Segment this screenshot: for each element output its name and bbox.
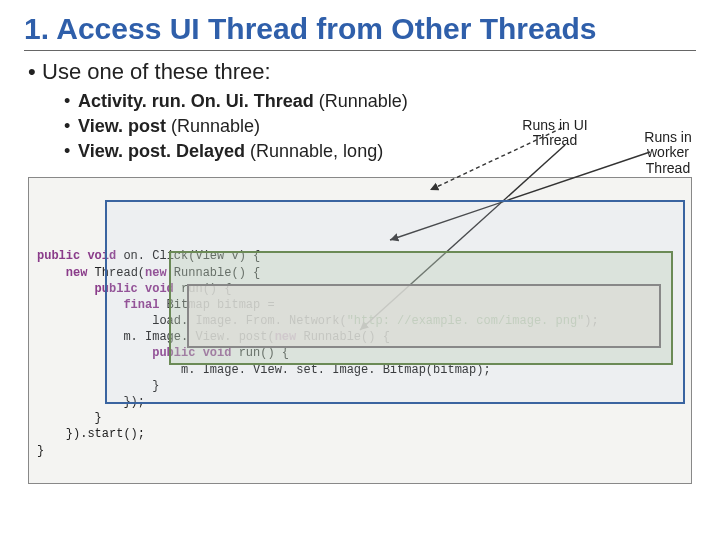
- code-block: public void on. Click(View v) { new Thre…: [28, 177, 692, 484]
- slide-title: 1. Access UI Thread from Other Threads: [24, 12, 696, 51]
- sub-bullet-3-rest: (Runnable, long): [245, 141, 383, 161]
- main-bullet: •Use one of these three:: [28, 59, 696, 85]
- main-bullet-text: Use one of these three:: [42, 59, 271, 84]
- sub-bullet-2-bold: View. post: [78, 116, 166, 136]
- sub-bullet-1-rest: (Runnable): [314, 91, 408, 111]
- sub-bullet-3-bold: View. post. Delayed: [78, 141, 245, 161]
- label-worker-thread: Runs in worker Thread: [636, 130, 700, 176]
- label-ui-thread: Runs in UI Thread: [520, 118, 590, 149]
- sub-bullet-2-rest: (Runnable): [166, 116, 260, 136]
- sub-bullet-1-bold: Activity. run. On. Ui. Thread: [78, 91, 314, 111]
